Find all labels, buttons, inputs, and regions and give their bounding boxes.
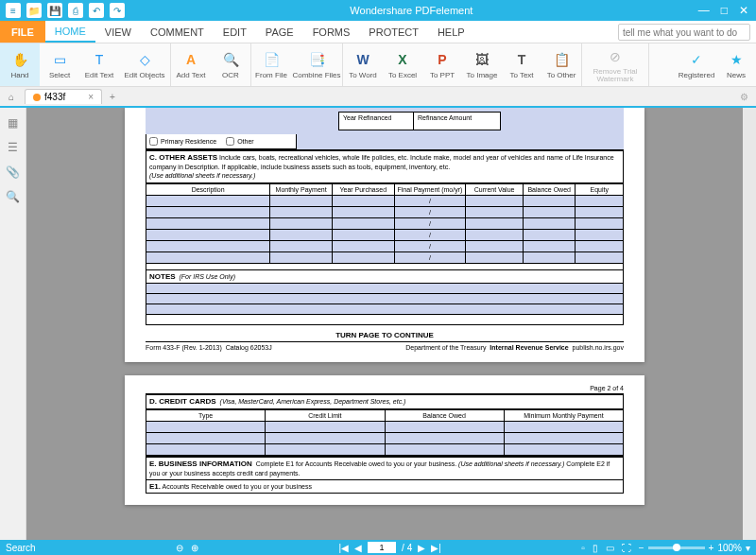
zoom-level-label: 100% (717, 543, 742, 553)
to-image-button[interactable]: 🖼To Image (462, 43, 502, 86)
zoom-in-status-icon[interactable]: ⊕ (191, 543, 198, 553)
credit-cards-table: Type Credit Limit Balance Owed Minimum M… (146, 409, 624, 456)
nav-prev-icon[interactable]: ◀ (354, 543, 362, 553)
zoom-minus-icon[interactable]: − (639, 543, 644, 553)
edit-text-tool[interactable]: TEdit Text (79, 43, 119, 86)
status-search[interactable]: Search (6, 543, 36, 553)
e1-row: E1. Accounts Receivable owed to you or y… (146, 480, 624, 494)
news-icon: ★ (727, 50, 746, 69)
hand-tool[interactable]: ✋Hand (0, 43, 40, 86)
year-refinanced-label: Year Refinanced (338, 112, 414, 130)
nav-first-icon[interactable]: |◀ (338, 543, 349, 553)
section-e-header: E. BUSINESS INFORMATION Complete E1 for … (146, 456, 624, 480)
menu-help[interactable]: HELP (428, 21, 474, 43)
registered-icon: ✓ (687, 50, 706, 69)
close-button[interactable]: ✕ (739, 4, 748, 17)
menu-protect[interactable]: PROTECT (359, 21, 428, 43)
tab-home-icon[interactable]: ⌂ (0, 92, 23, 102)
tab-close-button[interactable]: × (88, 92, 94, 102)
notes-lines (146, 284, 624, 325)
search-panel-icon[interactable]: 🔍 (6, 189, 21, 204)
add-text-icon: A (181, 50, 200, 69)
select-icon: ▭ (50, 50, 69, 69)
bookmarks-icon[interactable]: ☰ (6, 140, 21, 155)
refinance-amount-label: Refinance Amount (414, 112, 501, 130)
word-icon: W (353, 50, 372, 69)
doc-tab-label: f433f (44, 92, 65, 102)
other-icon: 📋 (552, 50, 571, 69)
print-icon[interactable]: ⎙ (68, 3, 83, 18)
view-single-icon[interactable]: ▫ (581, 543, 585, 553)
menu-comment[interactable]: COMMENT (141, 21, 214, 43)
nav-last-icon[interactable]: ▶| (431, 543, 441, 553)
pdf-page-2: Page 2 of 4 D. CREDIT CARDS (Visa, Maste… (125, 375, 644, 506)
zoom-out-status-icon[interactable]: ⊖ (176, 543, 183, 553)
settings-gear-icon[interactable]: ⚙ (740, 92, 748, 102)
view-continuous-icon[interactable]: ▯ (593, 543, 598, 553)
image-icon: 🖼 (472, 50, 491, 69)
nav-next-icon[interactable]: ▶ (418, 543, 425, 553)
text-icon: T (512, 50, 531, 69)
menu-view[interactable]: VIEW (95, 21, 141, 43)
from-file-button[interactable]: 📄From File (251, 43, 291, 86)
combine-files-button[interactable]: 📑Combine Files (291, 43, 342, 86)
undo-icon[interactable]: ↶ (89, 3, 104, 18)
edit-objects-tool[interactable]: ◇Edit Objects (119, 43, 170, 86)
zoom-slider[interactable] (648, 546, 705, 549)
to-other-button[interactable]: 📋To Other (541, 43, 581, 86)
add-text-button[interactable]: AAdd Text (171, 43, 211, 86)
hand-icon: ✋ (10, 50, 29, 69)
view-facing-icon[interactable]: ▭ (606, 543, 614, 553)
page-number-label: Page 2 of 4 (146, 383, 624, 393)
save-icon[interactable]: 💾 (47, 3, 62, 18)
open-icon[interactable]: 📁 (26, 3, 42, 18)
notes-header: NOTES (For IRS Use Only) (146, 269, 624, 284)
doc-icon (33, 94, 41, 101)
to-word-button[interactable]: WTo Word (343, 43, 383, 86)
menu-home[interactable]: HOME (45, 21, 95, 43)
menu-page[interactable]: PAGE (256, 21, 303, 43)
to-excel-button[interactable]: XTo Excel (383, 43, 422, 86)
select-tool[interactable]: ▭Select (40, 43, 79, 86)
menu-forms[interactable]: FORMS (303, 21, 360, 43)
remove-watermark-button[interactable]: ⊘Remove Trial Watermark (582, 43, 648, 86)
pdf-page-1: Year Refinanced Refinance Amount Primary… (125, 108, 644, 362)
section-c-header: C. OTHER ASSETS Include cars, boats, rec… (146, 149, 624, 183)
primary-residence-checkbox[interactable]: Primary Residence (149, 137, 216, 146)
registered-button[interactable]: ✓Registered (677, 43, 716, 86)
app-title: Wondershare PDFelement (125, 5, 698, 16)
maximize-button[interactable]: □ (721, 4, 728, 17)
ppt-icon: P (433, 50, 452, 69)
page-viewer[interactable]: Year Refinanced Refinance Amount Primary… (26, 108, 743, 540)
news-button[interactable]: ★News (716, 43, 756, 86)
menu-edit[interactable]: EDIT (214, 21, 256, 43)
edit-text-icon: T (90, 50, 109, 69)
zoom-plus-icon[interactable]: + (709, 543, 714, 553)
page-footer: Form 433-F (Rev. 1-2013) Catalog 62053J … (146, 341, 624, 351)
to-ppt-button[interactable]: PTo PPT (422, 43, 462, 86)
watermark-icon: ⊘ (606, 47, 625, 66)
tellme-search[interactable] (618, 24, 750, 41)
attachments-icon[interactable]: 📎 (6, 165, 21, 180)
to-text-button[interactable]: TTo Text (502, 43, 541, 86)
new-tab-button[interactable]: + (102, 92, 123, 102)
edit-objects-icon: ◇ (135, 50, 154, 69)
page-number-input[interactable] (368, 542, 396, 553)
page-total-label: / 4 (402, 543, 412, 553)
redo-icon[interactable]: ↷ (110, 3, 125, 18)
excel-icon: X (393, 50, 412, 69)
ocr-button[interactable]: 🔍OCR (211, 43, 250, 86)
zoom-dropdown-icon[interactable]: ▾ (746, 543, 750, 553)
combine-icon: 📑 (307, 50, 326, 69)
view-fullscreen-icon[interactable]: ⛶ (622, 543, 631, 553)
other-assets-table: Description Monthly Payment Year Purchas… (146, 183, 624, 264)
minimize-button[interactable]: — (698, 4, 710, 17)
document-tab[interactable]: f433f × (25, 89, 102, 104)
turn-page-text: TURN PAGE TO CONTINUE (146, 325, 624, 341)
other-checkbox[interactable]: Other (226, 137, 254, 146)
thumbnails-icon[interactable]: ▦ (6, 115, 21, 130)
file-menu[interactable]: FILE (0, 21, 45, 43)
section-d-header: D. CREDIT CARDS (Visa, MasterCard, Ameri… (146, 393, 624, 409)
app-icon: ≡ (6, 3, 21, 18)
vertical-scrollbar[interactable] (743, 108, 756, 540)
